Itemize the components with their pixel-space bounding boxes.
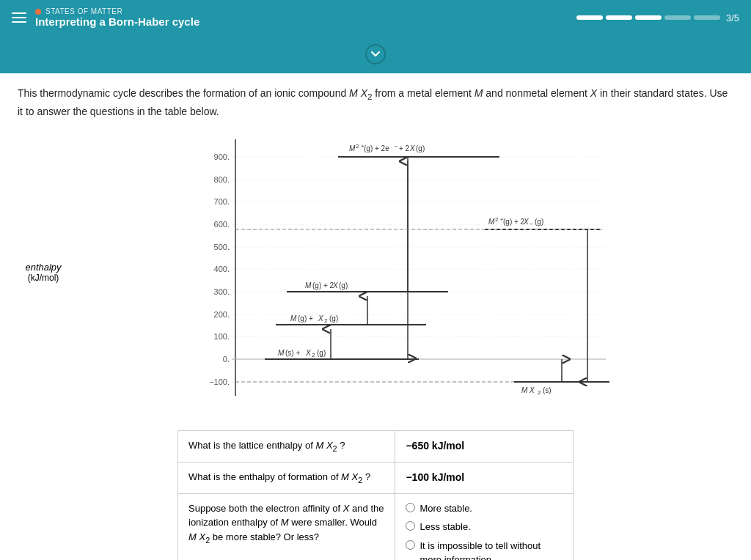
radio-less-stable[interactable]: Less stable.: [406, 520, 563, 534]
table-row: Suppose both the electron affinity of X …: [178, 493, 574, 560]
progress-bar-2: [606, 15, 632, 20]
y-axis-label: enthalpy (kJ/mol): [18, 132, 69, 413]
svg-text:(g): (g): [339, 281, 348, 290]
radio-impossible-input[interactable]: [406, 540, 415, 550]
svg-text:M: M: [290, 314, 297, 323]
svg-text:600.: 600.: [214, 220, 230, 229]
radio-less-stable-input[interactable]: [406, 521, 415, 531]
answer-cell-1: −650 kJ/mol: [395, 430, 574, 462]
born-haber-chart: 900. 800. 700. 600. 500. 400. 300.: [75, 132, 733, 413]
progress-bar-3: [635, 15, 662, 20]
svg-text:M: M: [278, 349, 285, 357]
svg-text:M: M: [349, 144, 356, 152]
question-cell-1: What is the lattice enthalpy of M X2 ?: [178, 430, 395, 462]
table-row: What is the lattice enthalpy of M X2 ? −…: [178, 430, 574, 462]
header-title: Interpreting a Born-Haber cycle: [35, 15, 199, 28]
y-label-enthalpy: enthalpy: [25, 262, 61, 273]
formation-enthalpy-answer: −100 kJ/mol: [406, 471, 464, 483]
progress-section: 3/5: [576, 12, 739, 23]
svg-text:−: −: [530, 221, 533, 227]
svg-text:0.: 0.: [223, 355, 230, 364]
svg-text:X: X: [523, 218, 529, 226]
radio-more-stable-label: More stable.: [420, 501, 472, 516]
svg-text:(s): (s): [543, 386, 552, 394]
status-dot: [35, 9, 41, 15]
svg-text:(g): (g): [535, 218, 543, 226]
svg-text:X: X: [318, 314, 323, 323]
svg-text:(g): (g): [416, 144, 425, 152]
svg-text:2 +: 2 +: [356, 143, 364, 150]
app-header: STATES OF MATTER Interpreting a Born-Hab…: [0, 0, 751, 35]
radio-impossible-label: It is impossible to tell without more in…: [420, 539, 563, 560]
svg-text:(g) + 2: (g) + 2: [503, 218, 525, 226]
progress-bar-5: [694, 15, 720, 20]
svg-text:X: X: [305, 349, 311, 357]
svg-text:−: −: [395, 143, 398, 150]
radio-less-stable-label: Less stable.: [420, 520, 470, 534]
table-row: What is the enthalpy of formation of M X…: [178, 462, 574, 493]
svg-text:(g) + 2e: (g) + 2e: [364, 144, 389, 152]
svg-text:100.: 100.: [214, 332, 230, 341]
radio-more-stable-input[interactable]: [406, 503, 415, 512]
svg-text:900.: 900.: [214, 152, 230, 161]
answer-cell-3: More stable. Less stable. It is impossib…: [395, 493, 574, 560]
progress-bars: [576, 15, 720, 20]
chart-svg: 900. 800. 700. 600. 500. 400. 300.: [75, 132, 733, 410]
lattice-enthalpy-answer: −650 kJ/mol: [406, 440, 464, 452]
svg-text:X: X: [409, 144, 415, 152]
svg-text:(g) +: (g) +: [298, 314, 313, 323]
menu-button[interactable]: [12, 12, 26, 23]
svg-text:M: M: [305, 281, 312, 290]
answer-cell-2: −100 kJ/mol: [395, 462, 574, 493]
svg-text:2: 2: [324, 317, 328, 324]
progress-bar-1: [576, 15, 603, 20]
main-content: This thermodynamic cycle describes the f…: [0, 73, 751, 560]
svg-text:500.: 500.: [214, 243, 230, 251]
question-cell-3: Suppose both the electron affinity of X …: [178, 493, 395, 560]
svg-text:−100.: −100.: [209, 377, 230, 386]
svg-text:300.: 300.: [214, 287, 230, 296]
y-label-unit: (kJ/mol): [28, 273, 59, 283]
intro-paragraph: This thermodynamic cycle describes the f…: [18, 85, 733, 120]
svg-text:200.: 200.: [214, 310, 230, 319]
svg-text:2 +: 2 +: [495, 216, 504, 223]
svg-text:X: X: [332, 281, 338, 290]
svg-text:(g): (g): [317, 349, 326, 357]
svg-text:(g): (g): [329, 314, 338, 323]
svg-text:(s) +: (s) +: [285, 349, 300, 357]
svg-text:M: M: [488, 218, 495, 226]
expand-button[interactable]: [365, 44, 386, 65]
progress-bar-4: [664, 15, 691, 20]
svg-text:+ 2: + 2: [399, 144, 410, 152]
svg-text:700.: 700.: [214, 197, 230, 206]
svg-text:800.: 800.: [214, 175, 230, 184]
chart-container: enthalpy (kJ/mol) 900. 800.: [18, 132, 733, 413]
radio-more-stable[interactable]: More stable.: [406, 501, 563, 516]
header-subtitle: STATES OF MATTER: [45, 7, 122, 15]
svg-text:400.: 400.: [214, 265, 230, 273]
questions-table: What is the lattice enthalpy of M X2 ? −…: [177, 430, 574, 560]
question-cell-2: What is the enthalpy of formation of M X…: [178, 462, 395, 493]
svg-text:M X: M X: [521, 386, 535, 394]
svg-text:(g) + 2: (g) + 2: [312, 281, 334, 290]
svg-text:2: 2: [312, 352, 315, 358]
radio-impossible[interactable]: It is impossible to tell without more in…: [406, 539, 563, 560]
progress-label: 3/5: [726, 12, 739, 23]
svg-text:2: 2: [538, 389, 541, 396]
